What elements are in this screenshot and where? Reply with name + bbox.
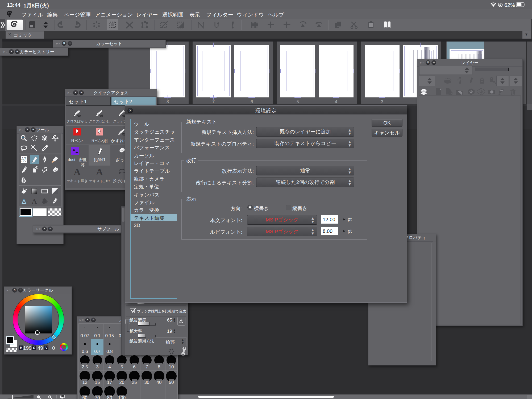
- svg-text:A: A: [32, 198, 37, 205]
- svg-text:文字: 文字: [21, 157, 27, 160]
- svg-text:ペン: ペン: [22, 160, 26, 163]
